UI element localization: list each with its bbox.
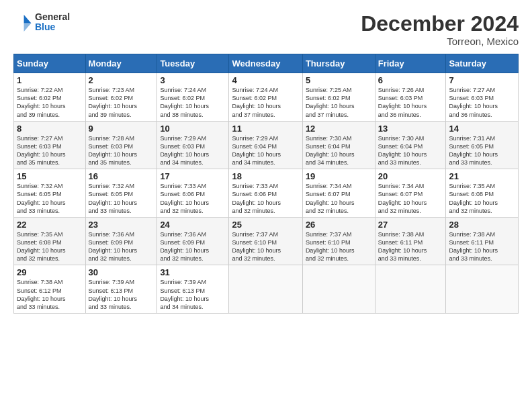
day-info: Sunrise: 7:24 AM Sunset: 6:02 PM Dayligh… (232, 86, 299, 119)
day-info: Sunrise: 7:34 AM Sunset: 6:07 PM Dayligh… (306, 182, 372, 215)
col-header-friday: Friday (375, 54, 446, 73)
day-info: Sunrise: 7:30 AM Sunset: 6:04 PM Dayligh… (306, 134, 372, 167)
day-number: 3 (160, 75, 226, 85)
day-cell (446, 265, 519, 314)
day-cell: 26Sunrise: 7:37 AM Sunset: 6:10 PM Dayli… (302, 217, 375, 265)
day-number: 14 (449, 124, 515, 134)
day-info: Sunrise: 7:36 AM Sunset: 6:09 PM Dayligh… (89, 230, 154, 263)
day-info: Sunrise: 7:22 AM Sunset: 6:02 PM Dayligh… (17, 86, 83, 119)
day-cell: 24Sunrise: 7:36 AM Sunset: 6:09 PM Dayli… (157, 217, 229, 265)
day-number: 12 (306, 124, 372, 134)
day-cell: 31Sunrise: 7:39 AM Sunset: 6:13 PM Dayli… (157, 265, 229, 314)
day-cell: 28Sunrise: 7:38 AM Sunset: 6:11 PM Dayli… (446, 217, 519, 265)
col-header-thursday: Thursday (302, 54, 375, 73)
header-row: SundayMondayTuesdayWednesdayThursdayFrid… (14, 54, 519, 73)
day-cell: 25Sunrise: 7:37 AM Sunset: 6:10 PM Dayli… (229, 217, 302, 265)
col-header-wednesday: Wednesday (229, 54, 302, 73)
day-cell: 9Sunrise: 7:28 AM Sunset: 6:03 PM Daylig… (85, 121, 157, 169)
day-info: Sunrise: 7:33 AM Sunset: 6:06 PM Dayligh… (232, 182, 299, 215)
day-number: 4 (232, 75, 299, 85)
day-cell: 3Sunrise: 7:24 AM Sunset: 6:02 PM Daylig… (157, 73, 229, 122)
month-title: December 2024 (361, 12, 519, 36)
day-info: Sunrise: 7:35 AM Sunset: 6:08 PM Dayligh… (449, 182, 515, 215)
day-number: 29 (17, 267, 83, 277)
logo: General Blue (13, 12, 70, 33)
day-info: Sunrise: 7:34 AM Sunset: 6:07 PM Dayligh… (378, 182, 443, 215)
day-number: 15 (17, 171, 83, 181)
day-cell: 2Sunrise: 7:23 AM Sunset: 6:02 PM Daylig… (85, 73, 157, 122)
week-row-3: 15Sunrise: 7:32 AM Sunset: 6:05 PM Dayli… (14, 169, 519, 218)
day-cell: 22Sunrise: 7:35 AM Sunset: 6:08 PM Dayli… (14, 217, 86, 265)
day-number: 19 (306, 171, 372, 181)
day-number: 31 (160, 267, 226, 277)
day-cell: 6Sunrise: 7:26 AM Sunset: 6:03 PM Daylig… (375, 73, 446, 122)
day-info: Sunrise: 7:38 AM Sunset: 6:11 PM Dayligh… (449, 230, 515, 263)
calendar-header: SundayMondayTuesdayWednesdayThursdayFrid… (14, 54, 519, 73)
day-number: 21 (449, 171, 515, 181)
day-number: 1 (17, 75, 83, 85)
day-info: Sunrise: 7:29 AM Sunset: 6:04 PM Dayligh… (232, 134, 299, 167)
day-number: 9 (89, 124, 154, 134)
day-number: 28 (449, 220, 515, 230)
day-info: Sunrise: 7:39 AM Sunset: 6:13 PM Dayligh… (160, 278, 226, 311)
header: General Blue December 2024 Torreon, Mexi… (13, 12, 519, 47)
day-number: 20 (378, 171, 443, 181)
col-header-saturday: Saturday (446, 54, 519, 73)
title-block: December 2024 Torreon, Mexico (361, 12, 519, 47)
week-row-2: 8Sunrise: 7:27 AM Sunset: 6:03 PM Daylig… (14, 121, 519, 169)
day-info: Sunrise: 7:32 AM Sunset: 6:05 PM Dayligh… (89, 182, 154, 215)
day-cell (302, 265, 375, 314)
day-info: Sunrise: 7:37 AM Sunset: 6:10 PM Dayligh… (232, 230, 299, 263)
day-info: Sunrise: 7:31 AM Sunset: 6:05 PM Dayligh… (449, 134, 515, 167)
calendar-body: 1Sunrise: 7:22 AM Sunset: 6:02 PM Daylig… (14, 73, 519, 314)
day-cell: 18Sunrise: 7:33 AM Sunset: 6:06 PM Dayli… (229, 169, 302, 218)
day-cell: 4Sunrise: 7:24 AM Sunset: 6:02 PM Daylig… (229, 73, 302, 122)
day-cell: 16Sunrise: 7:32 AM Sunset: 6:05 PM Dayli… (85, 169, 157, 218)
day-cell: 7Sunrise: 7:27 AM Sunset: 6:03 PM Daylig… (446, 73, 519, 122)
col-header-tuesday: Tuesday (157, 54, 229, 73)
day-info: Sunrise: 7:23 AM Sunset: 6:02 PM Dayligh… (89, 86, 154, 119)
day-info: Sunrise: 7:38 AM Sunset: 6:11 PM Dayligh… (378, 230, 443, 263)
col-header-sunday: Sunday (14, 54, 86, 73)
week-row-1: 1Sunrise: 7:22 AM Sunset: 6:02 PM Daylig… (14, 73, 519, 122)
svg-marker-1 (24, 24, 32, 32)
day-cell: 11Sunrise: 7:29 AM Sunset: 6:04 PM Dayli… (229, 121, 302, 169)
day-cell: 17Sunrise: 7:33 AM Sunset: 6:06 PM Dayli… (157, 169, 229, 218)
day-cell: 5Sunrise: 7:25 AM Sunset: 6:02 PM Daylig… (302, 73, 375, 122)
day-cell: 23Sunrise: 7:36 AM Sunset: 6:09 PM Dayli… (85, 217, 157, 265)
day-number: 24 (160, 220, 226, 230)
day-info: Sunrise: 7:26 AM Sunset: 6:03 PM Dayligh… (378, 86, 443, 119)
calendar-table: SundayMondayTuesdayWednesdayThursdayFrid… (13, 54, 519, 314)
svg-marker-0 (24, 15, 32, 24)
day-number: 6 (378, 75, 443, 85)
day-info: Sunrise: 7:39 AM Sunset: 6:13 PM Dayligh… (89, 278, 154, 311)
day-info: Sunrise: 7:25 AM Sunset: 6:02 PM Dayligh… (306, 86, 372, 119)
day-number: 25 (232, 220, 299, 230)
day-number: 18 (232, 171, 299, 181)
logo-general: General (35, 12, 70, 22)
page: General Blue December 2024 Torreon, Mexi… (0, 0, 532, 320)
day-cell (229, 265, 302, 314)
day-number: 2 (89, 75, 154, 85)
day-number: 5 (306, 75, 372, 85)
day-number: 10 (160, 124, 226, 134)
day-info: Sunrise: 7:27 AM Sunset: 6:03 PM Dayligh… (449, 86, 515, 119)
day-cell: 14Sunrise: 7:31 AM Sunset: 6:05 PM Dayli… (446, 121, 519, 169)
logo-text: General Blue (35, 12, 70, 33)
day-info: Sunrise: 7:30 AM Sunset: 6:04 PM Dayligh… (378, 134, 443, 167)
day-cell: 29Sunrise: 7:38 AM Sunset: 6:12 PM Dayli… (14, 265, 86, 314)
logo-blue: Blue (35, 22, 70, 32)
day-info: Sunrise: 7:29 AM Sunset: 6:03 PM Dayligh… (160, 134, 226, 167)
day-info: Sunrise: 7:38 AM Sunset: 6:12 PM Dayligh… (17, 278, 83, 311)
location: Torreon, Mexico (361, 36, 519, 47)
day-cell: 13Sunrise: 7:30 AM Sunset: 6:04 PM Dayli… (375, 121, 446, 169)
day-cell: 10Sunrise: 7:29 AM Sunset: 6:03 PM Dayli… (157, 121, 229, 169)
logo-icon (13, 13, 32, 32)
week-row-4: 22Sunrise: 7:35 AM Sunset: 6:08 PM Dayli… (14, 217, 519, 265)
day-info: Sunrise: 7:28 AM Sunset: 6:03 PM Dayligh… (89, 134, 154, 167)
day-info: Sunrise: 7:24 AM Sunset: 6:02 PM Dayligh… (160, 86, 226, 119)
col-header-monday: Monday (85, 54, 157, 73)
day-cell: 8Sunrise: 7:27 AM Sunset: 6:03 PM Daylig… (14, 121, 86, 169)
day-number: 13 (378, 124, 443, 134)
day-number: 30 (89, 267, 154, 277)
